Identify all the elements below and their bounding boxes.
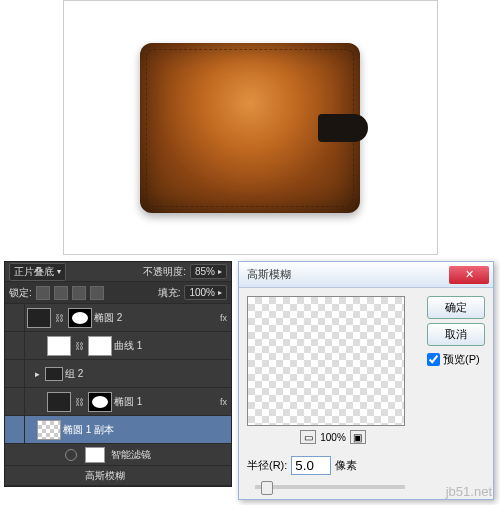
chevron-down-icon: ▾ [57, 267, 61, 276]
radius-slider[interactable] [255, 485, 405, 489]
fill-value: 100% [189, 287, 215, 298]
fill-dropdown[interactable]: 100% ▸ [184, 285, 227, 300]
mask-thumb [88, 336, 112, 356]
blend-mode-value: 正片叠底 [14, 265, 54, 279]
layer-name: 组 2 [65, 367, 231, 381]
dialog-titlebar[interactable]: 高斯模糊 ✕ [239, 262, 493, 288]
smart-filters-row[interactable]: 智能滤镜 [5, 444, 231, 466]
layer-name: 曲线 1 [114, 339, 231, 353]
lock-all-icon[interactable] [90, 286, 104, 300]
zoom-controls: ▭ 100% ▣ [247, 430, 419, 444]
preview-checkbox-row[interactable]: 预览(P) [427, 352, 485, 367]
lock-position-icon[interactable] [72, 286, 86, 300]
fx-badge[interactable]: fx [220, 397, 227, 407]
visibility-toggle[interactable] [7, 304, 25, 331]
mask-thumb [88, 392, 112, 412]
layer-row[interactable]: ⛓ 曲线 1 [5, 332, 231, 360]
cancel-button[interactable]: 取消 [427, 323, 485, 346]
smart-filters-label: 智能滤镜 [111, 448, 151, 462]
layer-name: 椭圆 1 副本 [63, 423, 231, 437]
layer-thumb [47, 392, 71, 412]
visibility-toggle[interactable] [7, 332, 25, 359]
close-button[interactable]: ✕ [449, 266, 489, 284]
layer-thumb [27, 308, 51, 328]
visibility-toggle[interactable] [7, 416, 25, 443]
layer-thumb [47, 336, 71, 356]
preview-checkbox-label: 预览(P) [443, 352, 480, 367]
layer-row[interactable]: ⛓ 椭圆 1 fx [5, 388, 231, 416]
radius-label: 半径(R): [247, 458, 287, 473]
layer-row[interactable]: ▸ 组 2 [5, 360, 231, 388]
layers-panel: 正片叠底 ▾ 不透明度: 85% ▸ 锁定: 填充: 100% ▸ ⛓ [4, 261, 232, 487]
layer-row[interactable]: ⛓ 椭圆 2 fx [5, 304, 231, 332]
preview-checkbox[interactable] [427, 353, 440, 366]
link-icon: ⛓ [75, 397, 84, 407]
dialog-body: ▭ 100% ▣ 确定 取消 预览(P) [239, 288, 493, 452]
chevron-down-icon: ▸ [218, 267, 222, 276]
ok-button[interactable]: 确定 [427, 296, 485, 319]
radius-row: 半径(R): 像素 [239, 452, 493, 485]
opacity-dropdown[interactable]: 85% ▸ [190, 264, 227, 279]
visibility-toggle[interactable] [7, 388, 25, 415]
filter-name: 高斯模糊 [85, 469, 125, 483]
button-column: 确定 取消 预览(P) [427, 296, 485, 444]
layer-thumb [37, 420, 61, 440]
link-icon: ⛓ [75, 341, 84, 351]
link-icon: ⛓ [55, 313, 64, 323]
dialog-title: 高斯模糊 [247, 267, 449, 282]
layer-name: 椭圆 2 [94, 311, 220, 325]
canvas-area [63, 0, 438, 255]
folder-arrow-icon[interactable]: ▸ [35, 369, 40, 379]
radius-unit: 像素 [335, 458, 357, 473]
zoom-value: 100% [320, 432, 346, 443]
opacity-label: 不透明度: [143, 265, 186, 279]
eye-icon[interactable] [65, 449, 77, 461]
mask-thumb [68, 308, 92, 328]
folder-icon [45, 367, 63, 381]
lock-pixels-icon[interactable] [54, 286, 68, 300]
lock-transparency-icon[interactable] [36, 286, 50, 300]
bottom-panels: 正片叠底 ▾ 不透明度: 85% ▸ 锁定: 填充: 100% ▸ ⛓ [0, 255, 500, 500]
blend-mode-dropdown[interactable]: 正片叠底 ▾ [9, 263, 66, 281]
zoom-in-button[interactable]: ▣ [350, 430, 366, 444]
filter-entry[interactable]: 高斯模糊 [5, 466, 231, 486]
zoom-out-button[interactable]: ▭ [300, 430, 316, 444]
chevron-down-icon: ▸ [218, 288, 222, 297]
smart-filter-thumb [85, 447, 105, 463]
gaussian-blur-dialog: 高斯模糊 ✕ ▭ 100% ▣ 确定 取消 预览(P) [238, 261, 494, 500]
lock-label: 锁定: [9, 286, 32, 300]
opacity-value: 85% [195, 266, 215, 277]
wallet-illustration [140, 43, 360, 213]
preview-column: ▭ 100% ▣ [247, 296, 419, 444]
layer-name: 椭圆 1 [114, 395, 220, 409]
blend-opacity-row: 正片叠底 ▾ 不透明度: 85% ▸ [5, 262, 231, 282]
visibility-toggle[interactable] [7, 360, 25, 387]
wallet-clasp [318, 114, 368, 142]
fill-label: 填充: [158, 286, 181, 300]
lock-fill-row: 锁定: 填充: 100% ▸ [5, 282, 231, 304]
radius-input[interactable] [291, 456, 331, 475]
fx-badge[interactable]: fx [220, 313, 227, 323]
preview-area[interactable] [247, 296, 405, 426]
watermark: jb51.net [446, 484, 492, 499]
layer-row-selected[interactable]: 椭圆 1 副本 [5, 416, 231, 444]
